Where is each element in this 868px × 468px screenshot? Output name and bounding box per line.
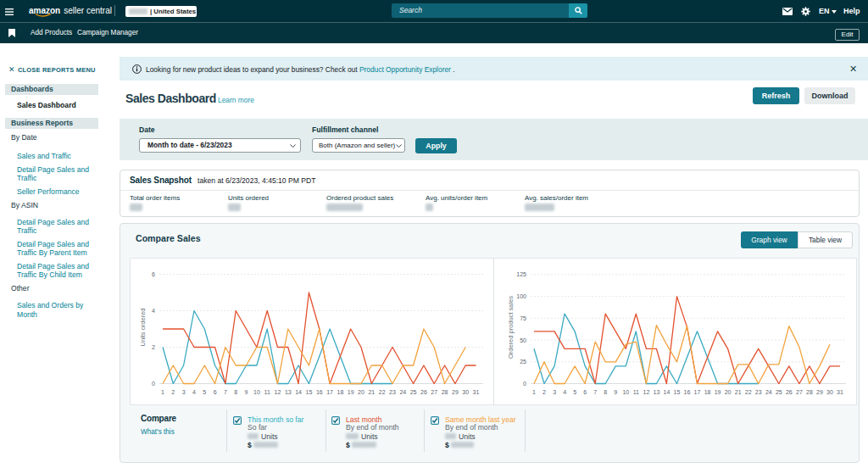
svg-text:24: 24 bbox=[399, 389, 406, 395]
svg-text:18: 18 bbox=[704, 389, 711, 395]
svg-text:19: 19 bbox=[348, 389, 354, 395]
svg-text:27: 27 bbox=[431, 389, 437, 395]
svg-text:75: 75 bbox=[520, 315, 526, 321]
svg-text:Units ordered: Units ordered bbox=[139, 308, 147, 346]
svg-text:23: 23 bbox=[755, 389, 762, 395]
svg-text:1: 1 bbox=[161, 389, 164, 395]
svg-text:4: 4 bbox=[563, 389, 566, 395]
svg-text:50: 50 bbox=[520, 337, 526, 343]
svg-text:14: 14 bbox=[295, 389, 302, 395]
svg-text:27: 27 bbox=[796, 389, 803, 395]
svg-text:30: 30 bbox=[826, 389, 833, 395]
svg-text:25: 25 bbox=[520, 359, 526, 365]
svg-text:7: 7 bbox=[224, 389, 227, 395]
svg-text:24: 24 bbox=[765, 389, 772, 395]
svg-text:22: 22 bbox=[379, 389, 386, 395]
svg-text:26: 26 bbox=[420, 389, 427, 395]
svg-text:Ordered product sales: Ordered product sales bbox=[507, 296, 515, 359]
svg-text:19: 19 bbox=[715, 389, 721, 395]
svg-text:12: 12 bbox=[275, 389, 281, 395]
svg-text:7: 7 bbox=[593, 389, 597, 395]
svg-text:21: 21 bbox=[735, 389, 742, 395]
svg-text:29: 29 bbox=[816, 389, 823, 395]
svg-text:31: 31 bbox=[473, 389, 480, 395]
svg-text:11: 11 bbox=[633, 389, 639, 395]
svg-text:10: 10 bbox=[253, 389, 260, 395]
svg-text:17: 17 bbox=[694, 389, 701, 395]
svg-text:4: 4 bbox=[192, 389, 196, 395]
svg-text:12: 12 bbox=[643, 389, 650, 395]
svg-text:16: 16 bbox=[684, 389, 691, 395]
svg-text:28: 28 bbox=[442, 389, 448, 395]
svg-text:25: 25 bbox=[410, 389, 417, 395]
svg-text:0: 0 bbox=[523, 381, 526, 387]
svg-text:1: 1 bbox=[532, 389, 536, 395]
svg-text:3: 3 bbox=[182, 389, 186, 395]
svg-text:22: 22 bbox=[745, 389, 752, 395]
svg-text:15: 15 bbox=[674, 389, 681, 395]
svg-text:28: 28 bbox=[806, 389, 813, 395]
svg-text:125: 125 bbox=[516, 271, 526, 277]
svg-text:11: 11 bbox=[264, 389, 270, 395]
svg-text:6: 6 bbox=[214, 389, 217, 395]
svg-text:13: 13 bbox=[285, 389, 292, 395]
svg-text:4: 4 bbox=[152, 308, 155, 314]
svg-text:6: 6 bbox=[152, 271, 155, 277]
svg-text:20: 20 bbox=[725, 389, 732, 395]
svg-text:14: 14 bbox=[664, 389, 670, 395]
svg-text:6: 6 bbox=[583, 389, 587, 395]
svg-text:18: 18 bbox=[337, 389, 344, 395]
svg-text:20: 20 bbox=[358, 389, 364, 395]
svg-text:2: 2 bbox=[542, 389, 546, 395]
svg-text:9: 9 bbox=[614, 389, 617, 395]
svg-text:26: 26 bbox=[786, 389, 793, 395]
svg-text:5: 5 bbox=[573, 389, 576, 395]
svg-text:17: 17 bbox=[326, 389, 333, 395]
svg-text:23: 23 bbox=[389, 389, 396, 395]
svg-text:10: 10 bbox=[622, 389, 629, 395]
svg-text:13: 13 bbox=[654, 389, 660, 395]
svg-text:3: 3 bbox=[553, 389, 556, 395]
svg-text:31: 31 bbox=[837, 389, 843, 395]
svg-text:8: 8 bbox=[234, 389, 237, 395]
svg-text:0: 0 bbox=[152, 381, 155, 387]
svg-text:2: 2 bbox=[152, 344, 155, 350]
svg-text:5: 5 bbox=[203, 389, 206, 395]
svg-text:16: 16 bbox=[316, 389, 323, 395]
svg-text:15: 15 bbox=[306, 389, 313, 395]
svg-text:9: 9 bbox=[245, 389, 248, 395]
svg-text:30: 30 bbox=[462, 389, 469, 395]
svg-text:8: 8 bbox=[604, 389, 607, 395]
svg-text:21: 21 bbox=[368, 389, 375, 395]
svg-text:2: 2 bbox=[171, 389, 175, 395]
svg-text:25: 25 bbox=[776, 389, 782, 395]
svg-text:29: 29 bbox=[452, 389, 459, 395]
svg-text:100: 100 bbox=[516, 293, 526, 299]
